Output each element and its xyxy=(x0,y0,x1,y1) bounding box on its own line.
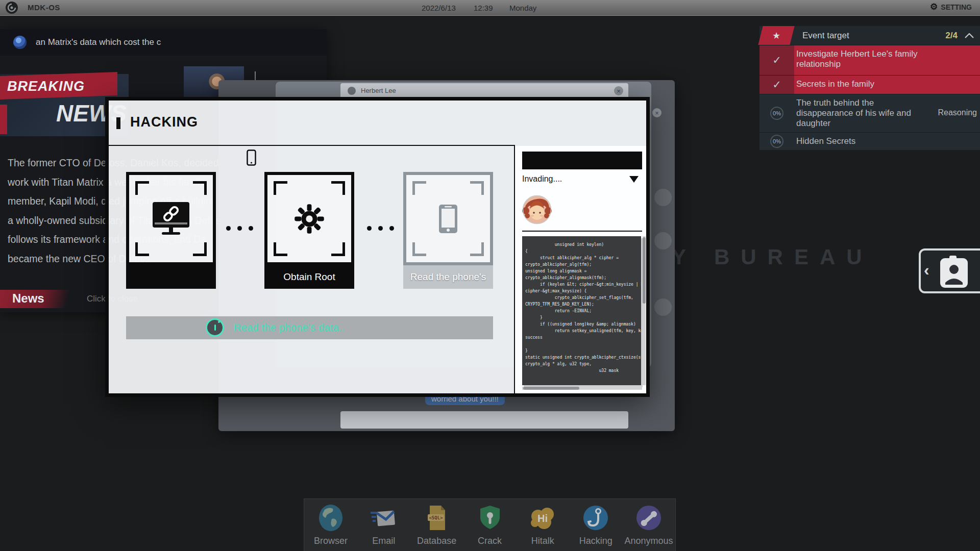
system-top-bar: MDK-OS 2022/6/13 12:39 Monday ⚙ SETTING xyxy=(0,0,980,16)
system-date: 2022/6/13 xyxy=(422,4,456,12)
dock-item-email[interactable]: Email xyxy=(357,499,410,551)
corner-bracket xyxy=(193,181,207,195)
invading-status: Invading.... xyxy=(522,174,562,184)
step-card-obtain-root[interactable] xyxy=(264,172,354,265)
task-label: Hidden Secrets xyxy=(796,136,929,146)
news-headline-text: an Matrix's data which cost the c xyxy=(36,37,161,47)
event-target-header[interactable]: ★ Event target 2/4 xyxy=(760,26,980,45)
corner-bracket xyxy=(135,181,149,195)
browser-globe-icon xyxy=(316,504,345,532)
gear-icon xyxy=(293,203,325,235)
task-tag: Reasoning xyxy=(938,108,977,118)
task-row[interactable]: 0% Hidden Secrets xyxy=(760,133,980,150)
dialog-title: HACKING xyxy=(130,114,198,130)
dock-label: Database xyxy=(410,536,463,546)
corner-bracket xyxy=(135,242,149,256)
ghost-avatar xyxy=(654,298,672,316)
step-label-read-phone: Read the phone's xyxy=(403,265,493,289)
hack-side-panel: Invading.... unsigned int keylen) { stru… xyxy=(515,146,646,393)
chat-close-icon[interactable]: × xyxy=(614,86,623,95)
corner-bracket xyxy=(470,181,484,195)
dock-item-hacking[interactable]: Hacking xyxy=(569,499,622,551)
os-name: MDK-OS xyxy=(28,3,60,12)
hacking-hook-icon xyxy=(581,504,610,532)
hitalk-chat-icon: Hi xyxy=(528,504,557,532)
id-badge-tab[interactable]: ‹ xyxy=(919,248,980,293)
setting-button[interactable]: ⚙ SETTING xyxy=(930,3,972,12)
divider xyxy=(522,231,642,232)
task-check-icon: ✓ xyxy=(760,76,794,94)
horizontal-scrollbar[interactable] xyxy=(522,387,642,390)
task-percent: 0% xyxy=(770,107,783,120)
setting-label: SETTING xyxy=(941,3,972,11)
chat-input-bar[interactable] xyxy=(340,411,628,429)
hi-badge: Hi xyxy=(537,513,548,524)
dock-item-anonymous[interactable]: Anonymous xyxy=(622,499,675,551)
corner-bracket xyxy=(470,242,484,256)
title-tick xyxy=(116,117,120,129)
system-day: Monday xyxy=(509,4,536,12)
progress-status-text: Read the phone's data.. xyxy=(234,316,345,339)
ghost-avatar xyxy=(654,189,672,206)
desktop-watermark: Y BUREAU xyxy=(672,245,873,269)
news-app-icon xyxy=(13,36,27,49)
dropdown-arrow-icon[interactable] xyxy=(629,176,639,183)
step-card-connect[interactable] xyxy=(126,172,216,265)
email-icon xyxy=(370,504,398,532)
corner-bracket xyxy=(331,242,345,256)
hacking-dialog: HACKING xyxy=(105,97,650,397)
ghost-avatar xyxy=(654,232,672,249)
collapse-chevron-icon[interactable] xyxy=(965,33,974,38)
task-percent: 0% xyxy=(770,135,783,148)
task-label: The truth behind the disappearance of hi… xyxy=(796,98,929,129)
step-label-obtain-root: Obtain Root xyxy=(264,265,354,289)
system-time: 12:39 xyxy=(474,4,493,12)
chat-contact-avatar xyxy=(348,87,356,95)
crack-shield-icon xyxy=(476,504,504,532)
corner-bracket xyxy=(274,181,287,195)
spinner-icon xyxy=(206,318,224,337)
target-display-box xyxy=(522,152,642,169)
task-row[interactable]: 0% The truth behind the disappearance of… xyxy=(760,94,980,132)
anonymous-phone-icon xyxy=(634,504,663,532)
os-logo-icon xyxy=(5,1,18,14)
corner-bracket xyxy=(274,242,287,256)
hack-code-output: unsigned int keylen) { struct ablkcipher… xyxy=(522,236,641,385)
dock-label: Browser xyxy=(304,536,357,546)
computer-link-icon xyxy=(151,201,191,237)
dock-item-database[interactable]: <SQL> Database xyxy=(410,499,463,551)
dock-label: Hitalk xyxy=(516,536,569,546)
dock-label: Anonymous xyxy=(622,536,675,546)
task-progress-icon: 0% xyxy=(760,94,794,132)
news-tab[interactable]: News xyxy=(12,291,44,306)
star-icon: ★ xyxy=(772,30,780,41)
app-dock: Browser Email <SQL> Database xyxy=(304,498,676,551)
smartphone-icon xyxy=(437,203,459,235)
step-label-connect xyxy=(126,265,216,289)
event-target-panel: ★ Event target 2/4 ✓ Investigate Herbert… xyxy=(760,26,980,150)
vertical-scrollbar[interactable] xyxy=(643,236,646,385)
dock-item-crack[interactable]: Crack xyxy=(463,499,517,551)
chat-window-title: Herbert Lee xyxy=(361,87,396,94)
window-close-icon[interactable]: × xyxy=(652,108,662,117)
divider xyxy=(109,145,515,146)
dock-item-hitalk[interactable]: Hi Hitalk xyxy=(516,499,569,551)
task-row[interactable]: ✓ Secrets in the family xyxy=(760,76,980,94)
corner-bracket xyxy=(193,242,207,256)
corner-bracket xyxy=(412,181,426,195)
step-card-read-phone[interactable] xyxy=(403,172,493,265)
dock-label: Crack xyxy=(463,536,517,546)
dock-item-browser[interactable]: Browser xyxy=(304,499,357,551)
chat-window-titlebar[interactable]: Herbert Lee xyxy=(340,83,628,98)
chevron-left-icon: ‹ xyxy=(924,261,929,280)
id-badge-icon xyxy=(938,255,970,289)
task-row[interactable]: ✓ Investigate Herbert Lee's family relat… xyxy=(760,45,980,75)
gear-icon: ⚙ xyxy=(930,3,938,12)
banner-red-block xyxy=(0,105,7,134)
task-progress-icon: 0% xyxy=(760,133,794,150)
dock-label: Email xyxy=(357,536,410,546)
event-target-progress: 2/4 xyxy=(945,26,958,45)
phone-mini-icon xyxy=(247,149,256,166)
dock-label: Hacking xyxy=(569,536,622,546)
task-label: Investigate Herbert Lee's family relatio… xyxy=(796,49,929,69)
